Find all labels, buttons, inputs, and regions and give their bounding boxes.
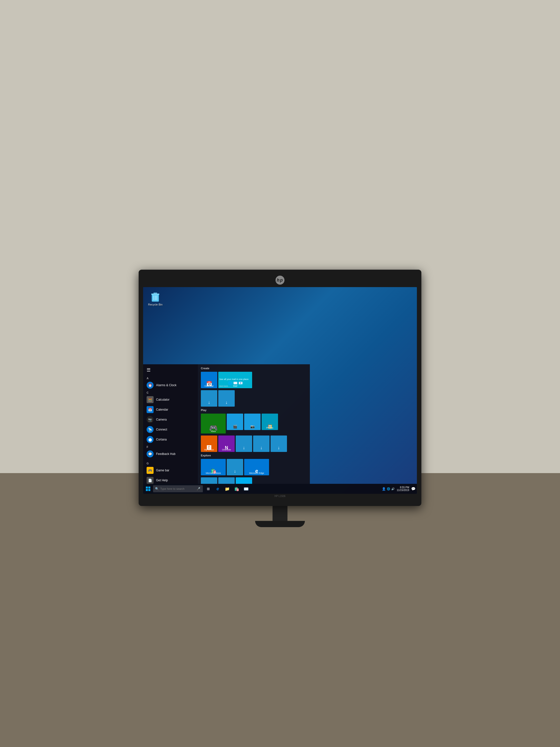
start-menu: ☰ A ⏰ Alarms & Clock C 🧮 Calculator 📅 — [143, 364, 310, 484]
feedback-hub-icon: 💬 — [146, 450, 154, 457]
tile-myoffice[interactable]: 🅾 My Office — [201, 436, 217, 452]
tile-dl3[interactable]: ↓ — [236, 436, 252, 452]
search-icon: 🔍 — [155, 487, 159, 491]
monitor-wrapper: hp Recycle Bin — [139, 270, 421, 527]
taskbar-task-view[interactable]: ⊞ — [204, 484, 213, 494]
tile-onenote[interactable]: N OneNote — [218, 436, 235, 452]
tile-camera2[interactable]: 📷 — [244, 414, 261, 430]
start-menu-app-list: ☰ A ⏰ Alarms & Clock C 🧮 Calculator 📅 — [143, 364, 198, 484]
monitor-stand-base — [255, 521, 305, 527]
tiles-create-label: Create — [201, 367, 307, 370]
tile-mail-label: Mail — [219, 385, 251, 387]
app-calculator[interactable]: 🧮 Calculator — [143, 395, 198, 405]
taskbar: 🔍 🎤 ⊞ e 📁 🛍️ ✉️ 👤 🌐 — [143, 484, 417, 494]
svg-rect-1 — [151, 293, 159, 295]
section-label-f: F — [143, 444, 198, 449]
taskbar-mail-icon[interactable]: ✉️ — [242, 484, 250, 494]
tile-dl4[interactable]: ↓ — [253, 436, 270, 452]
section-label-c: C — [143, 390, 198, 395]
system-icons: 👤 🌐 🔊 — [382, 487, 395, 491]
app-game-bar[interactable]: 🎮 Game bar — [143, 465, 198, 475]
action-center-icon[interactable]: 💬 — [411, 487, 416, 491]
feedback-hub-label: Feedback Hub — [156, 452, 176, 456]
taskbar-time-value: 8:55 PM — [400, 486, 409, 489]
tile-dl5[interactable]: ↓ — [270, 436, 287, 452]
tile-xbox-label: Xbox — [202, 430, 225, 433]
tile-store[interactable]: 🛍️ Microsoft Store — [201, 459, 226, 475]
alarms-clock-label: Alarms & Clock — [156, 383, 177, 387]
game-bar-label: Game bar — [156, 469, 169, 472]
app-cortana[interactable]: ⬤ Cortana — [143, 435, 198, 444]
network-icon: 🌐 — [387, 487, 390, 491]
screen: Recycle Bin ☰ A ⏰ Alarms & Clock C 🧮 — [143, 287, 417, 494]
taskbar-search-box[interactable]: 🔍 🎤 — [153, 485, 203, 492]
tile-xbox[interactable]: 🎮 Xbox — [201, 414, 226, 434]
tile-dl7[interactable]: ↓ — [201, 477, 217, 484]
tile-dl1[interactable]: ↓ — [201, 390, 217, 407]
tile-photos-label: Photos — [263, 427, 277, 429]
camera-icon: 📷 — [146, 416, 154, 423]
people-icon: 👤 — [382, 487, 386, 491]
tiles-row-dl1: ↓ ↓ — [201, 390, 307, 407]
taskbar-file-explorer-icon[interactable]: 📁 — [223, 484, 232, 494]
start-menu-tiles: Create 📅 Calendar See all your mail in o… — [198, 364, 310, 484]
taskbar-store-icon[interactable]: 🛍️ — [232, 484, 241, 494]
tile-onenote-label: OneNote — [219, 448, 234, 451]
game-bar-icon: 🎮 — [146, 467, 154, 474]
calculator-label: Calculator — [156, 398, 169, 402]
tile-dl6[interactable]: ↓ — [227, 459, 243, 475]
app-camera[interactable]: 📷 Camera — [143, 415, 198, 424]
tile-edge-label: Microsoft Edge — [245, 472, 268, 474]
alarms-clock-icon: ⏰ — [146, 382, 154, 389]
tiles-row-more: ↓ ↓ S Skype — [201, 477, 307, 484]
tile-calendar[interactable]: 📅 Calendar — [201, 372, 217, 388]
tile-calendar-label: Calendar — [202, 385, 216, 387]
calendar-icon: 📅 — [146, 406, 154, 413]
tiles-row-explore: 🛍️ Microsoft Store ↓ e Microsoft Edge — [201, 459, 307, 475]
recycle-bin-label: Recycle Bin — [148, 303, 162, 306]
start-button[interactable] — [143, 484, 153, 494]
app-feedback-hub[interactable]: 💬 Feedback Hub — [143, 449, 198, 459]
section-label-a: A — [143, 376, 198, 380]
camera-label: Camera — [156, 418, 167, 421]
hamburger-menu-button[interactable]: ☰ — [143, 364, 198, 376]
monitor-model-label: HP L1506 — [143, 494, 417, 498]
recycle-bin-image — [150, 292, 160, 302]
tiles-play-label: Play — [201, 409, 307, 412]
tile-edge[interactable]: e Microsoft Edge — [244, 459, 269, 475]
tile-skype[interactable]: S Skype — [236, 477, 252, 484]
tile-movies[interactable]: 🎬 — [227, 414, 243, 430]
tiles-row-office: 🅾 My Office N OneNote ↓ ↓ — [201, 436, 307, 452]
tile-myoffice-label: My Office — [202, 448, 216, 451]
app-connect[interactable]: 📡 Connect — [143, 424, 198, 435]
taskbar-clock[interactable]: 8:55 PM 11/15/2019 — [396, 486, 410, 491]
taskbar-edge-icon[interactable]: e — [213, 484, 222, 494]
calendar-label: Calendar — [156, 408, 168, 411]
app-calendar[interactable]: 📅 Calendar — [143, 405, 198, 415]
app-alarms-clock[interactable]: ⏰ Alarms & Clock — [143, 380, 198, 390]
cortana-label: Cortana — [156, 438, 167, 441]
tiles-explore-label: Explore — [201, 454, 307, 457]
tile-photos[interactable]: 🖼️ Photos — [262, 414, 278, 430]
cortana-icon: ⬤ — [146, 436, 154, 443]
tile-mail[interactable]: See all your mail in one place 🌐 ✉️ 📧 An… — [218, 372, 252, 388]
calculator-icon: 🧮 — [146, 396, 154, 403]
monitor-top-bar: hp — [143, 274, 417, 287]
taskbar-system-tray: 👤 🌐 🔊 8:55 PM 11/15/2019 💬 — [382, 486, 417, 491]
taskbar-app-icons: ⊞ e 📁 🛍️ ✉️ — [203, 484, 251, 494]
connect-label: Connect — [156, 428, 167, 431]
tiles-row-play: 🎮 Xbox 🎬 📷 🖼️ Photos — [201, 414, 307, 434]
volume-icon: 🔊 — [391, 487, 395, 491]
monitor-stand-neck — [272, 506, 288, 521]
get-help-label: Get Help — [156, 479, 168, 482]
section-label-g: G — [143, 461, 198, 465]
app-get-help[interactable]: 📄 Get Help — [143, 475, 198, 484]
taskbar-date-value: 11/15/2019 — [397, 489, 409, 491]
windows-logo — [146, 487, 150, 491]
search-input[interactable] — [160, 487, 195, 490]
connect-icon: 📡 — [146, 426, 154, 433]
tile-dl8[interactable]: ↓ — [218, 477, 235, 484]
monitor-frame: hp Recycle Bin — [139, 270, 421, 506]
tile-dl2[interactable]: ↓ — [218, 390, 235, 407]
recycle-bin-icon[interactable]: Recycle Bin — [148, 292, 162, 306]
